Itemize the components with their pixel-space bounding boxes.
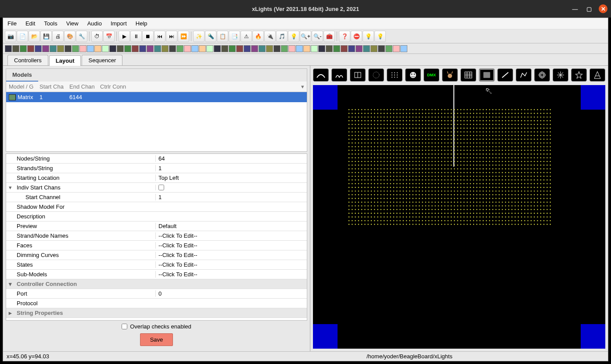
effect-btn-33[interactable] xyxy=(251,45,258,52)
model-tool-dmx[interactable]: DMX xyxy=(424,68,439,82)
toolbar-btn-18[interactable]: ✨ xyxy=(193,31,205,42)
model-tool-sphere[interactable] xyxy=(534,68,550,82)
toolbar-btn-33[interactable]: 💡 xyxy=(363,31,374,42)
toolbar-btn-23[interactable]: 🔥 xyxy=(252,31,264,42)
model-tool-cube[interactable] xyxy=(350,68,366,82)
prop-row[interactable]: ▸String Properties xyxy=(6,308,307,318)
toolbar-btn-28[interactable]: 🔍- xyxy=(312,31,323,42)
effect-btn-16[interactable] xyxy=(124,45,131,52)
effect-btn-48[interactable] xyxy=(363,45,370,52)
effect-btn-13[interactable] xyxy=(102,45,109,52)
prop-checkbox[interactable] xyxy=(158,185,164,190)
toolbar-btn-26[interactable]: 💡 xyxy=(288,31,299,42)
prop-value[interactable]: --Click To Edit-- xyxy=(155,261,304,268)
effect-btn-23[interactable] xyxy=(176,45,183,52)
toolbar-btn-24[interactable]: 🔌 xyxy=(264,31,276,42)
col-end[interactable]: End Chan xyxy=(69,83,100,90)
tab-sequencer[interactable]: Sequencer xyxy=(82,55,122,65)
effect-btn-1[interactable] xyxy=(12,45,19,52)
menu-view[interactable]: View xyxy=(66,20,79,27)
effect-btn-44[interactable] xyxy=(333,45,340,52)
canvas-handle-tr[interactable] xyxy=(581,85,605,110)
prop-value[interactable]: 1 xyxy=(155,165,304,171)
effect-btn-40[interactable] xyxy=(303,45,310,52)
prop-row[interactable]: Port0 xyxy=(6,289,307,299)
toolbar-btn-16[interactable]: ⏩ xyxy=(178,31,189,42)
prop-row[interactable]: Description xyxy=(6,212,307,221)
prop-row[interactable]: Nodes/String64 xyxy=(6,154,307,164)
toolbar-btn-32[interactable]: ⛔ xyxy=(351,31,362,42)
toolbar-btn-11[interactable]: ▶ xyxy=(119,31,130,42)
col-start[interactable]: Start Cha xyxy=(40,83,69,90)
effect-btn-31[interactable] xyxy=(236,45,243,52)
effect-btn-18[interactable] xyxy=(139,45,146,52)
effect-btn-20[interactable] xyxy=(154,45,161,52)
effect-btn-38[interactable] xyxy=(288,45,295,52)
toolbar-btn-1[interactable]: 📄 xyxy=(17,31,28,42)
toolbar-btn-21[interactable]: 📑 xyxy=(229,31,240,42)
effect-btn-43[interactable] xyxy=(326,45,333,52)
menu-audio[interactable]: Audio xyxy=(87,20,102,27)
toolbar-btn-2[interactable]: 📂 xyxy=(29,31,40,42)
toolbar-btn-13[interactable]: ⏹ xyxy=(142,31,154,42)
preview-canvas[interactable] xyxy=(313,85,605,349)
prop-value[interactable]: Default xyxy=(155,223,304,229)
toolbar-btn-12[interactable]: ⏸ xyxy=(130,31,142,42)
effect-btn-28[interactable] xyxy=(214,45,221,52)
effect-btn-6[interactable] xyxy=(50,45,57,52)
prop-value[interactable]: Top Left xyxy=(155,175,304,181)
effect-btn-9[interactable] xyxy=(72,45,79,52)
model-tool-mask[interactable] xyxy=(405,68,421,82)
prop-value[interactable]: --Click To Edit-- xyxy=(155,271,304,278)
canvas-handle-br[interactable] xyxy=(581,324,605,349)
model-tool-dots[interactable] xyxy=(387,68,403,82)
effect-btn-47[interactable] xyxy=(356,45,363,52)
columns-dropdown-icon[interactable]: ▾ xyxy=(301,83,304,90)
model-tool-arches[interactable] xyxy=(331,68,347,82)
toolbar-btn-4[interactable]: 🖨 xyxy=(52,31,64,42)
prop-value[interactable] xyxy=(155,185,304,190)
toolbar-btn-31[interactable]: ❓ xyxy=(339,31,350,42)
toolbar-btn-29[interactable]: 🧰 xyxy=(323,31,335,42)
prop-row[interactable]: PreviewDefault xyxy=(6,221,307,231)
canvas-handle-tl[interactable] xyxy=(313,85,338,110)
effect-btn-11[interactable] xyxy=(87,45,94,52)
overlap-checkbox-row[interactable]: Overlap checks enabled xyxy=(122,323,191,330)
effect-btn-51[interactable] xyxy=(385,45,392,52)
effect-btn-5[interactable] xyxy=(42,45,49,52)
prop-value[interactable]: 0 xyxy=(155,290,304,297)
prop-row[interactable]: Strands/String1 xyxy=(6,164,307,173)
menu-help[interactable]: Help xyxy=(136,20,147,27)
effect-btn-30[interactable] xyxy=(229,45,236,52)
col-model[interactable]: Model / G xyxy=(9,83,40,90)
effect-btn-12[interactable] xyxy=(94,45,101,52)
prop-value[interactable]: --Click To Edit-- xyxy=(155,252,304,258)
effect-btn-0[interactable] xyxy=(5,45,12,52)
prop-row[interactable]: Faces--Click To Edit-- xyxy=(6,241,307,250)
col-conn[interactable]: Ctrlr Conn xyxy=(100,83,304,90)
menu-edit[interactable]: Edit xyxy=(25,20,35,27)
model-tool-snow[interactable] xyxy=(553,68,568,82)
minimize-button[interactable]: — xyxy=(571,4,579,13)
effect-btn-45[interactable] xyxy=(341,45,348,52)
effect-btn-17[interactable] xyxy=(132,45,139,52)
toolbar-btn-5[interactable]: 🎨 xyxy=(64,31,75,42)
prop-row[interactable]: ▾Indiv Start Chans xyxy=(6,183,307,193)
effect-btn-39[interactable] xyxy=(296,45,303,52)
effect-btn-32[interactable] xyxy=(244,45,251,52)
canvas-handle-bl[interactable] xyxy=(313,324,338,349)
prop-row[interactable]: Strand/Node Names--Click To Edit-- xyxy=(6,231,307,241)
effect-btn-41[interactable] xyxy=(311,45,318,52)
effect-btn-27[interactable] xyxy=(206,45,213,52)
prop-row[interactable]: Sub-Models--Click To Edit-- xyxy=(6,270,307,279)
expander-icon[interactable]: ▸ xyxy=(9,310,15,316)
overlap-checkbox[interactable] xyxy=(122,324,127,329)
prop-row[interactable]: Shadow Model For xyxy=(6,202,307,212)
prop-value[interactable]: 64 xyxy=(155,155,304,162)
prop-row[interactable]: Start Channel1 xyxy=(6,193,307,202)
toolbar-btn-27[interactable]: 🔍+ xyxy=(300,31,311,42)
matrix-model-preview[interactable] xyxy=(348,109,553,227)
toolbar-btn-9[interactable]: 📅 xyxy=(103,31,115,42)
menu-file[interactable]: File xyxy=(7,20,17,27)
model-tool-tree[interactable] xyxy=(589,68,605,82)
